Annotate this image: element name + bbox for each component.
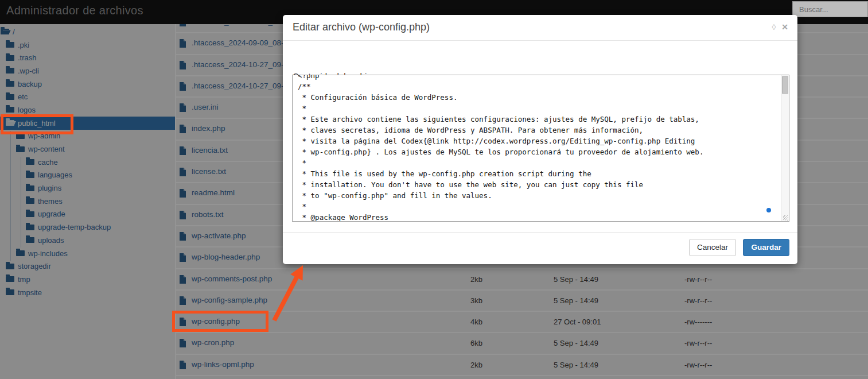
modal-header: Editar archivo (wp-config.php) ◊ ✕ [283, 15, 797, 41]
minimize-icon[interactable]: ◊ [772, 22, 776, 32]
file-content-editor: <?php /** * Configuración básica de Word… [292, 75, 789, 222]
save-button[interactable]: Guardar [743, 239, 789, 256]
cancel-button[interactable]: Cancelar [689, 239, 736, 256]
blue-dot-marker [766, 208, 771, 212]
modal-footer: Cancelar Guardar [283, 232, 797, 264]
app-title: Administrador de archivos [6, 4, 143, 17]
edit-file-modal: Editar archivo (wp-config.php) ◊ ✕ Conte… [283, 15, 797, 264]
search-input[interactable] [792, 1, 868, 17]
close-icon[interactable]: ✕ [781, 22, 788, 32]
modal-title: Editar archivo (wp-config.php) [293, 21, 430, 33]
file-content-textarea[interactable]: <?php /** * Configuración básica de Word… [293, 75, 789, 221]
modal-window-controls: ◊ ✕ [768, 22, 788, 32]
